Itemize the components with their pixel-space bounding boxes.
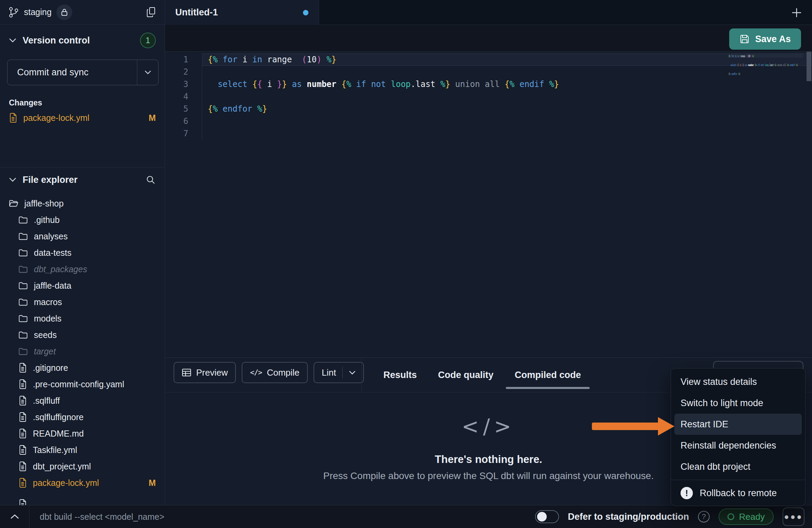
tree-file-taskfile-yml[interactable]: Taskfile.yml — [0, 442, 165, 458]
copy-branch-button[interactable] — [145, 7, 156, 18]
code-token: } — [554, 79, 559, 89]
code-editor[interactable]: 1234567 {% for i in range (10) %} select… — [165, 51, 812, 357]
collapse-command-bar-button[interactable] — [0, 505, 29, 528]
branch-readonly-chip — [56, 4, 72, 20]
code-area[interactable]: {% for i in range (10) %} select {{ i }}… — [202, 53, 812, 140]
status-badge[interactable]: Ready — [719, 508, 774, 525]
file-explorer-section: File explorer jaffle-shop.githubanalyses… — [0, 165, 165, 505]
preview-button[interactable]: Preview — [174, 362, 236, 383]
lint-button[interactable]: Lint — [314, 362, 364, 383]
chevron-down-icon — [349, 370, 356, 375]
sidebar: staging Version control 1 Com — [0, 0, 165, 505]
change-file-package-lock-yml[interactable]: package-lock.ymlM — [0, 110, 165, 126]
file-icon — [18, 462, 27, 471]
save-as-button[interactable]: Save As — [729, 28, 801, 50]
unsaved-changes-dot[interactable] — [303, 10, 308, 15]
code-token: i — [238, 55, 252, 64]
tree-file-item[interactable] — [0, 496, 165, 505]
more-options-button[interactable]: ●●● — [783, 507, 804, 526]
code-token: % — [510, 79, 515, 89]
tree-folder-target[interactable]: target — [0, 343, 165, 360]
code-token: number — [748, 63, 754, 66]
minimap[interactable]: {% for i in range (10) %} select {{ i }}… — [728, 53, 803, 84]
code-token: { — [208, 104, 213, 114]
menu-item-label: Switch to light mode — [681, 398, 763, 408]
tree-item-label: .github — [34, 215, 60, 225]
commit-and-sync-button[interactable]: Commit and sync — [7, 60, 158, 85]
code-line-7[interactable] — [202, 127, 812, 140]
tree-file-sqlfluff[interactable]: .sqlfluff — [0, 392, 165, 409]
changes-label: Changes — [9, 98, 156, 108]
tree-item-label: data-tests — [34, 248, 72, 258]
menu-item-reinstall-dependencies[interactable]: Reinstall dependencies — [671, 435, 805, 456]
tree-folder-models[interactable]: models — [0, 310, 165, 327]
menu-item-switch-to-light-mode[interactable]: Switch to light mode — [671, 392, 805, 414]
tab-code-quality[interactable]: Code quality — [438, 358, 494, 392]
chevron-up-icon — [10, 514, 19, 519]
code-token: % — [346, 79, 351, 89]
tree-folder-jaffle-data[interactable]: jaffle-data — [0, 277, 165, 294]
tree-folder-jaffle-shop[interactable]: jaffle-shop — [0, 195, 165, 212]
command-bar-right: Defer to staging/production ? Ready ●●● — [535, 507, 812, 526]
code-token: } — [262, 104, 267, 114]
code-token — [218, 55, 223, 64]
version-control-header[interactable]: Version control 1 — [0, 27, 165, 53]
tree-file-readme-md[interactable]: README.md — [0, 425, 165, 442]
tree-file-package-lock-yml[interactable]: package-lock.ymlM — [0, 475, 165, 491]
file-explorer-header[interactable]: File explorer — [0, 168, 165, 192]
tree-file-sqlfluffignore[interactable]: .sqlfluffignore — [0, 409, 165, 425]
code-token — [435, 79, 440, 89]
line-number: 2 — [165, 66, 202, 78]
code-line-5[interactable]: {% endfor %} — [202, 103, 812, 115]
code-token — [321, 55, 326, 64]
menu-item-restart-ide[interactable]: Restart IDE — [674, 414, 802, 435]
tree-item-label: dbt_packages — [34, 264, 87, 274]
compile-button[interactable]: </>Compile — [242, 362, 307, 383]
code-token — [351, 79, 356, 89]
version-control-section: Version control 1 Commit and sync Change… — [0, 27, 165, 167]
file-search-button[interactable] — [145, 175, 156, 185]
code-token — [515, 79, 519, 89]
code-token: endfor — [223, 104, 252, 114]
tab-untitled-1[interactable]: Untitled-1 — [165, 0, 319, 25]
tree-file-dbt-project-yml[interactable]: dbt_project.yml — [0, 458, 165, 475]
file-icon — [18, 499, 27, 505]
tree-folder-dbt-packages[interactable]: dbt_packages — [0, 261, 165, 277]
menu-item-rollback-to-remote[interactable]: !Rollback to remote — [671, 482, 805, 504]
tree-folder-analyses[interactable]: analyses — [0, 228, 165, 244]
tree-item-label: package-lock.yml — [33, 478, 99, 488]
defer-toggle[interactable] — [535, 510, 559, 523]
tree-folder-macros[interactable]: macros — [0, 294, 165, 310]
tab-compiled-code[interactable]: Compiled code — [515, 358, 581, 392]
menu-item-clean-dbt-project[interactable]: Clean dbt project — [671, 456, 805, 477]
code-token — [252, 104, 257, 114]
code-line-6[interactable] — [202, 115, 812, 127]
new-tab-button[interactable] — [789, 5, 804, 21]
tree-folder-github[interactable]: .github — [0, 212, 165, 228]
code-line-1[interactable]: {% for i in range (10) %} — [202, 53, 812, 66]
branch-name[interactable]: staging — [24, 7, 52, 17]
code-line-4[interactable] — [202, 90, 812, 103]
tree-item-label: seeds — [34, 330, 57, 340]
menu-item-view-status-details[interactable]: View status details — [671, 371, 805, 392]
minimap-line — [728, 75, 803, 80]
minimap-line — [728, 58, 803, 62]
tree-file-pre-commit-config-yaml[interactable]: .pre-commit-config.yaml — [0, 376, 165, 392]
tree-folder-data-tests[interactable]: data-tests — [0, 244, 165, 261]
code-token — [544, 79, 549, 89]
command-input[interactable] — [40, 512, 535, 522]
file-icon — [18, 363, 27, 373]
toolbar-divider — [361, 358, 362, 392]
tree-folder-seeds[interactable]: seeds — [0, 327, 165, 343]
editor-scrollbar-thumb[interactable] — [807, 52, 811, 81]
defer-label: Defer to staging/production — [568, 512, 689, 522]
menu-item-label: Restart IDE — [681, 419, 728, 430]
help-icon[interactable]: ? — [698, 511, 710, 523]
commit-options-dropdown[interactable] — [137, 60, 158, 85]
minimap-line — [728, 80, 803, 84]
code-line-2[interactable] — [202, 66, 812, 78]
code-line-3[interactable]: select {{ i }} as number {% if not loop.… — [202, 78, 812, 90]
tab-results[interactable]: Results — [383, 358, 417, 392]
save-icon — [739, 34, 750, 44]
tree-file-gitignore[interactable]: .gitignore — [0, 360, 165, 376]
